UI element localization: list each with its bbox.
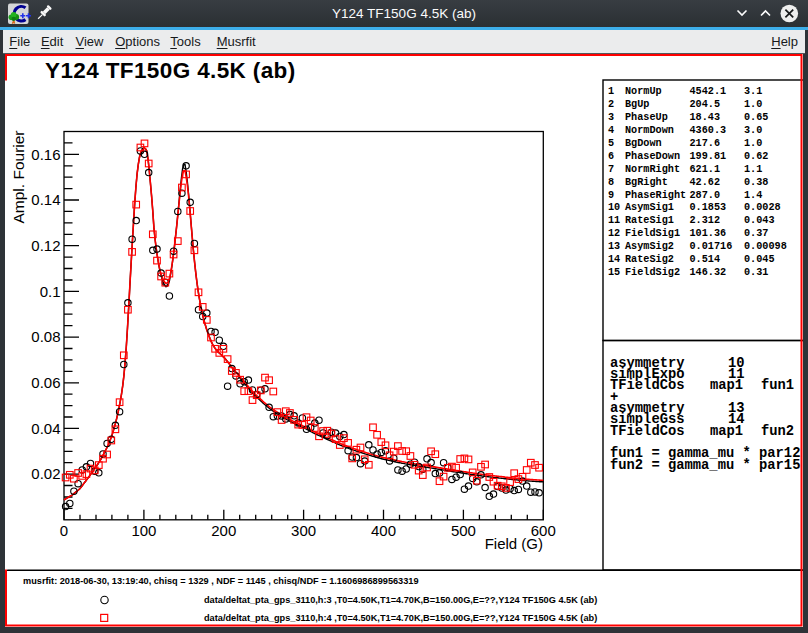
svg-text:3PhaseUp18.430.65: 3PhaseUp18.430.65 bbox=[608, 112, 768, 123]
svg-text:0.04: 0.04 bbox=[31, 420, 60, 437]
svg-text:fun2 = gamma_mu * par15: fun2 = gamma_mu * par15 bbox=[610, 458, 800, 473]
svg-text:0.02: 0.02 bbox=[31, 465, 60, 482]
svg-text:14RateSig20.5140.045: 14RateSig20.5140.045 bbox=[608, 254, 775, 265]
svg-text:Ampl. Fourier: Ampl. Fourier bbox=[10, 130, 27, 223]
svg-text:Field (G): Field (G) bbox=[485, 535, 543, 552]
svg-text:musrfit: 2018-06-30, 13:19:40,: musrfit: 2018-06-30, 13:19:40, chisq = 1… bbox=[23, 576, 419, 586]
svg-text:TFieldCosmap1fun1: TFieldCosmap1fun1 bbox=[610, 378, 794, 393]
svg-text:200: 200 bbox=[211, 522, 236, 539]
svg-text:100: 100 bbox=[131, 522, 156, 539]
svg-text:0.06: 0.06 bbox=[31, 374, 60, 391]
svg-text:11RateSig12.3120.043: 11RateSig12.3120.043 bbox=[608, 215, 775, 226]
svg-text:1NormUp4542.13.1: 1NormUp4542.13.1 bbox=[608, 86, 762, 97]
svg-text:5BgDown217.61.0: 5BgDown217.61.0 bbox=[608, 138, 762, 149]
svg-text:400: 400 bbox=[371, 522, 396, 539]
svg-text:10AsymSig10.18530.0028: 10AsymSig10.18530.0028 bbox=[608, 202, 781, 213]
svg-text:0.16: 0.16 bbox=[31, 146, 60, 163]
svg-text:8BgRight42.620.38: 8BgRight42.620.38 bbox=[608, 177, 768, 188]
svg-text:2BgUp204.51.0: 2BgUp204.51.0 bbox=[608, 99, 762, 110]
svg-text:15FieldSig2146.320.31: 15FieldSig2146.320.31 bbox=[608, 267, 768, 278]
svg-text:Y124 TF150G 4.5K (ab): Y124 TF150G 4.5K (ab) bbox=[45, 58, 296, 83]
svg-text:4NormDown4360.33.0: 4NormDown4360.33.0 bbox=[608, 125, 762, 136]
svg-text:0.14: 0.14 bbox=[31, 191, 60, 208]
svg-text:0.12: 0.12 bbox=[31, 237, 60, 254]
svg-text:0.1: 0.1 bbox=[40, 283, 61, 300]
svg-text:12FieldSig1101.360.37: 12FieldSig1101.360.37 bbox=[608, 228, 768, 239]
svg-text:0.08: 0.08 bbox=[31, 328, 60, 345]
svg-text:data/deltat_pta_gps_3110,h:4 ,: data/deltat_pta_gps_3110,h:4 ,T0=4.50K,T… bbox=[204, 613, 597, 623]
svg-text:7NormRight621.11.1: 7NormRight621.11.1 bbox=[608, 164, 762, 175]
svg-text:TFieldCosmap1fun2: TFieldCosmap1fun2 bbox=[610, 424, 794, 439]
svg-text:500: 500 bbox=[451, 522, 476, 539]
svg-text:data/deltat_pta_gps_3110,h:3 ,: data/deltat_pta_gps_3110,h:3 ,T0=4.50K,T… bbox=[204, 595, 597, 605]
svg-text:9PhaseRight287.01.4: 9PhaseRight287.01.4 bbox=[608, 190, 762, 201]
svg-text:6PhaseDown199.810.62: 6PhaseDown199.810.62 bbox=[608, 151, 768, 162]
svg-text:0: 0 bbox=[60, 522, 68, 539]
svg-text:13AsymSig20.017160.00098: 13AsymSig20.017160.00098 bbox=[608, 241, 787, 252]
svg-text:300: 300 bbox=[291, 522, 316, 539]
